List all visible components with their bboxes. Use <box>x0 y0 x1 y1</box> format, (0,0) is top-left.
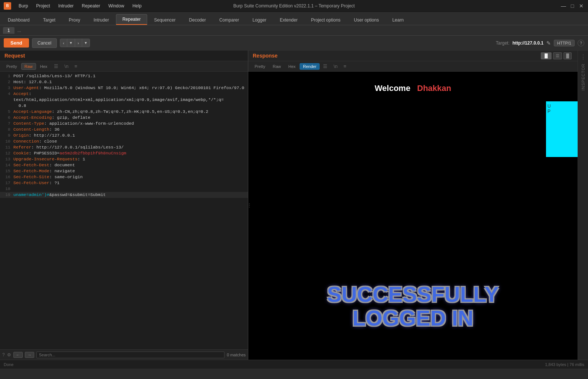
close-button[interactable]: ✕ <box>578 3 584 9</box>
panel-divider[interactable]: ⋮ <box>248 50 251 360</box>
request-fmt-hex[interactable]: Hex <box>37 63 51 70</box>
request-line-16: 16 Sec-Fetch-Site: same-origin <box>0 174 248 180</box>
repeater-tab-1[interactable]: 1 <box>3 27 14 34</box>
target-value: http://127.0.0.1 <box>513 40 543 46</box>
send-button[interactable]: Send <box>4 38 29 48</box>
status-text: Done <box>4 362 13 367</box>
success-line2: LOGGED IN <box>352 306 473 330</box>
view-toggle-single[interactable]: █ <box>563 52 572 59</box>
view-toggle-side-by-side[interactable]: ▐▌ <box>541 52 552 59</box>
tab-user-options[interactable]: User options <box>348 15 385 25</box>
back-dropdown[interactable]: ▾ <box>67 39 75 47</box>
search-prev-button[interactable]: ← <box>13 352 23 358</box>
search-input[interactable] <box>36 352 225 358</box>
request-fmt-menu-icon[interactable]: ≡ <box>72 63 80 70</box>
request-line-11: 11 Referer: http://127.0.0.1/sqlilabs/Le… <box>0 144 248 150</box>
request-line-15: 15 Sec-Fetch-Mode: navigate <box>0 168 248 174</box>
maximize-button[interactable]: □ <box>569 3 575 9</box>
response-panel: Response ▐▌ ☰ █ Pretty Raw Hex Render ☰ … <box>248 50 578 360</box>
search-matches: 0 matches <box>227 353 246 357</box>
request-line-1: 1 POST /sqlilabs/Less-13/ HTTP/1.1 <box>0 73 248 79</box>
tab-logger[interactable]: Logger <box>246 15 272 25</box>
rendered-content: Welcome Dhakkan U P SUCCESSFULLY LOGGED … <box>248 72 578 360</box>
response-panel-header: Response <box>248 50 282 61</box>
menu-window[interactable]: Window <box>107 3 126 9</box>
status-bar: Done 1,843 bytes | 76 millis <box>0 360 588 369</box>
request-line-4b: text/html,application/xhtml+xml,applicat… <box>0 97 248 109</box>
success-line1: SUCCESSFULLY <box>327 282 499 306</box>
back-button[interactable]: ‹ <box>60 39 67 47</box>
tab-learn[interactable]: Learn <box>386 15 410 25</box>
cyan-u-label: U <box>547 104 576 109</box>
response-fmt-raw[interactable]: Raw <box>269 63 284 70</box>
forward-button[interactable]: › <box>75 39 82 47</box>
nav-arrow-group: ‹ ▾ › ▾ <box>60 39 90 47</box>
request-line-9: 9 Origin: http://127.0.0.1 <box>0 133 248 138</box>
username-text: Dhakkan <box>417 84 451 93</box>
edit-icon[interactable]: ✎ <box>546 40 551 46</box>
welcome-text: Welcome Dhakkan <box>375 84 451 93</box>
view-toggle-horizontal[interactable]: ☰ <box>553 52 562 59</box>
help-icon[interactable]: ? <box>578 40 584 46</box>
menu-project[interactable]: Project <box>35 3 51 9</box>
menu-bar: Burp Project Intruder Repeater Window He… <box>17 3 143 9</box>
minimize-button[interactable]: — <box>560 3 566 9</box>
request-line-14: 14 Sec-Fetch-Dest: document <box>0 162 248 168</box>
target-info: Target: http://127.0.0.1 ✎ HTTP/1 ? <box>496 40 584 46</box>
search-next-button[interactable]: → <box>25 352 34 358</box>
request-line-3: 3 User-Agent: Mozilla/5.0 (Windows NT 10… <box>0 85 248 91</box>
tab-comparer[interactable]: Comparer <box>213 15 245 25</box>
response-fmt-render[interactable]: Render <box>300 63 320 70</box>
response-fmt-menu-icon[interactable]: ≡ <box>341 63 349 70</box>
cyan-box-text: U P <box>546 101 578 116</box>
tab-sequencer[interactable]: Sequencer <box>148 15 182 25</box>
tab-target[interactable]: Target <box>37 15 62 25</box>
tab-decoder[interactable]: Decoder <box>183 15 212 25</box>
main-area: Request Pretty Raw Hex ☰ \n ≡ 1 POST /sq… <box>0 50 588 360</box>
status-info: 1,843 bytes | 76 millis <box>545 362 584 367</box>
response-fmt-hex[interactable]: Hex <box>285 63 299 70</box>
tab-proxy[interactable]: Proxy <box>62 15 87 25</box>
success-text: SUCCESSFULLY LOGGED IN <box>327 282 499 330</box>
response-render-area: Welcome Dhakkan U P SUCCESSFULLY LOGGED … <box>248 72 578 360</box>
repeater-tab-dots[interactable]: ... <box>14 27 24 34</box>
request-line-12: 12 Cookie: PHPSESSID=ae5m2db2fbbp1hf9h8n… <box>0 150 248 156</box>
app-icon: B <box>4 2 11 10</box>
request-fmt-newline-icon[interactable]: \n <box>62 63 71 70</box>
search-settings-icon[interactable]: ⚙ <box>7 352 11 357</box>
tab-repeater[interactable]: Repeater <box>116 14 147 25</box>
tab-dashboard[interactable]: Dashboard <box>1 15 36 25</box>
inspector-label: INSPECTOR <box>581 63 585 91</box>
http-version-badge[interactable]: HTTP/1 <box>554 40 575 46</box>
request-panel: Request Pretty Raw Hex ☰ \n ≡ 1 POST /sq… <box>0 50 248 360</box>
inspector-menu-icon[interactable]: ⋮ <box>580 53 586 61</box>
response-fmt-newline-icon[interactable]: \n <box>331 63 340 70</box>
title-bar: B Burp Project Intruder Repeater Window … <box>0 0 588 12</box>
request-line-19: 19 uname=admin')#&passwd=&submit=Submit <box>0 192 248 198</box>
request-fmt-list-icon[interactable]: ☰ <box>51 63 61 70</box>
cancel-button[interactable]: Cancel <box>32 38 57 48</box>
request-line-10: 10 Connection: close <box>0 138 248 144</box>
tab-intruder[interactable]: Intruder <box>87 15 115 25</box>
request-line-8: 8 Content-Length: 36 <box>0 127 248 133</box>
menu-burp[interactable]: Burp <box>17 3 29 9</box>
search-help-icon[interactable]: ? <box>2 352 5 357</box>
window-controls: — □ ✕ <box>560 3 584 9</box>
menu-help[interactable]: Help <box>131 3 143 9</box>
forward-dropdown[interactable]: ▾ <box>82 39 90 47</box>
request-line-6: 6 Accept-Encoding: gzip, deflate <box>0 115 248 121</box>
request-code-area: 1 POST /sqlilabs/Less-13/ HTTP/1.1 2 Hos… <box>0 72 248 349</box>
tab-extender[interactable]: Extender <box>274 15 304 25</box>
tab-project-options[interactable]: Project options <box>305 15 347 25</box>
toolbar: Send Cancel ‹ ▾ › ▾ Target: http://127.0… <box>0 36 588 50</box>
request-format-tabs: Pretty Raw Hex ☰ \n ≡ <box>0 61 248 72</box>
request-line-7: 7 Content-Type: application/x-www-form-u… <box>0 121 248 127</box>
menu-repeater[interactable]: Repeater <box>80 3 101 9</box>
menu-intruder[interactable]: Intruder <box>57 3 75 9</box>
target-label: Target: <box>496 40 510 46</box>
request-fmt-raw[interactable]: Raw <box>21 63 36 70</box>
request-line-2: 2 Host: 127.0.0.1 <box>0 79 248 85</box>
response-fmt-list-icon[interactable]: ☰ <box>320 63 330 70</box>
request-fmt-pretty[interactable]: Pretty <box>3 63 20 70</box>
response-fmt-pretty[interactable]: Pretty <box>251 63 269 70</box>
